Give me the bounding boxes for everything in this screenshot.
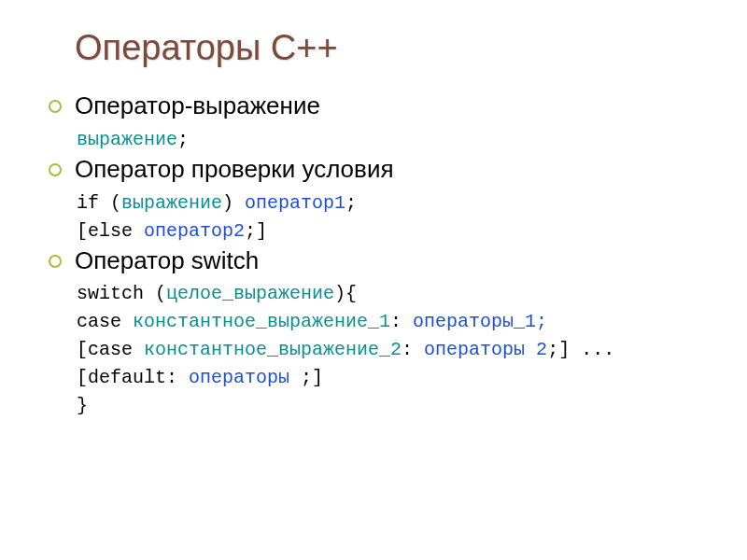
code-segment: константное_выражение_1: [133, 311, 390, 332]
code-line: if (выражение) оператор1;: [77, 189, 700, 217]
code-segment: ): [222, 192, 245, 214]
code-segment: ;: [177, 129, 189, 150]
code-segment: [: [77, 220, 88, 242]
code-segment: операторы: [189, 367, 301, 388]
code-segment: константное_выражение_2: [144, 339, 402, 360]
code-segment: оператор2: [144, 220, 245, 242]
code-segment: ...: [570, 339, 614, 360]
bullet-heading: Оператор проверки условия: [75, 154, 393, 186]
code-segment: операторы 2: [424, 339, 547, 360]
code-segment: ;: [245, 220, 256, 242]
slide-content: Оператор-выражениевыражение;Оператор про…: [75, 91, 700, 420]
bullet-item: Оператор проверки условия: [49, 154, 700, 186]
code-segment: default:: [88, 367, 189, 388]
code-segment: }: [77, 395, 88, 416]
code-segment: if (: [77, 192, 121, 214]
code-segment: :: [402, 339, 424, 360]
code-line: [default: операторы ;]: [77, 364, 700, 392]
code-segment: case: [77, 311, 133, 332]
code-segment: [: [77, 339, 88, 360]
bullet-item: Оператор-выражение: [49, 91, 700, 122]
code-segment: выражение: [77, 129, 177, 150]
code-segment: ]: [312, 367, 323, 388]
code-segment: ;: [301, 367, 312, 388]
code-segment: ){: [334, 283, 357, 304]
code-segment: else: [88, 220, 144, 242]
code-line: switch (целое_выражение){: [77, 280, 700, 308]
code-segment: ;: [547, 339, 558, 360]
code-segment: операторы_1;: [413, 311, 547, 332]
code-segment: ]: [558, 339, 570, 360]
bullet-heading: Оператор switch: [75, 245, 259, 277]
code-segment: switch (: [77, 283, 166, 304]
code-line: case константное_выражение_1: операторы_…: [77, 308, 700, 336]
bullet-icon: [49, 255, 62, 268]
slide-title: Операторы С++: [75, 28, 700, 68]
code-segment: case: [88, 339, 144, 360]
bullet-heading: Оператор-выражение: [75, 91, 320, 122]
code-segment: [: [77, 367, 88, 388]
code-segment: :: [390, 311, 413, 332]
code-line: [else оператор2;]: [77, 217, 700, 245]
code-segment: целое_выражение: [166, 283, 334, 304]
code-line: выражение;: [77, 126, 700, 154]
code-line: [case константное_выражение_2: операторы…: [77, 336, 700, 364]
code-segment: ]: [256, 220, 267, 242]
bullet-item: Оператор switch: [49, 245, 700, 277]
bullet-icon: [49, 163, 62, 176]
code-segment: ;: [345, 192, 357, 214]
code-segment: выражение: [121, 192, 222, 214]
code-segment: оператор1: [245, 192, 345, 214]
code-line: }: [77, 392, 700, 420]
bullet-icon: [49, 100, 62, 113]
